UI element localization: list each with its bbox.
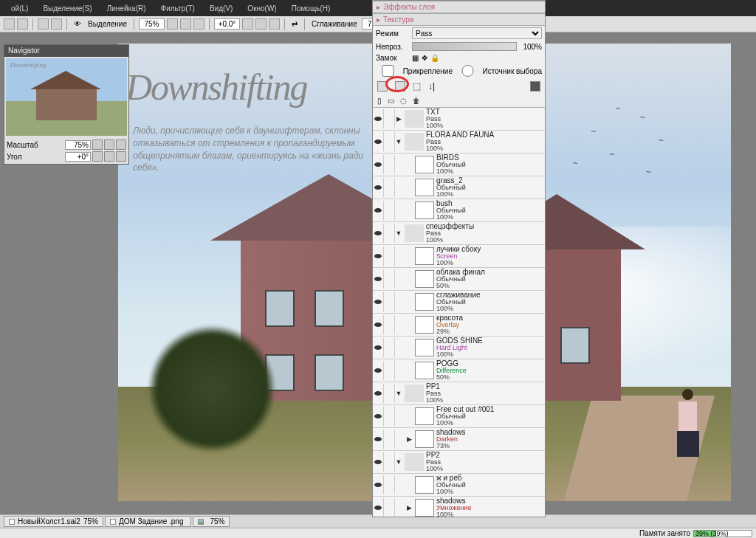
- expand-icon[interactable]: ▶: [395, 115, 402, 123]
- visibility-toggle[interactable]: [373, 498, 384, 517]
- expand-icon[interactable]: ▶: [405, 435, 413, 443]
- layer-row[interactable]: POGGDifference50%: [373, 359, 545, 382]
- angle-reset-button[interactable]: [116, 151, 126, 162]
- menu-item[interactable]: Фильтр(T): [154, 4, 202, 13]
- zoom-reset-button[interactable]: [193, 18, 205, 30]
- delete-icon[interactable]: 🗑: [413, 97, 420, 105]
- lock-toggle[interactable]: [384, 201, 395, 220]
- lock-toggle[interactable]: [384, 155, 395, 174]
- lock-toggle[interactable]: [384, 315, 395, 334]
- expand-icon[interactable]: ▶: [405, 504, 413, 511]
- visibility-toggle[interactable]: [373, 178, 384, 197]
- mask-icon[interactable]: ⬚: [413, 81, 421, 92]
- expand-icon[interactable]: ▼: [395, 390, 402, 397]
- lock-pixels-icon[interactable]: ▦: [412, 54, 419, 62]
- mode-select[interactable]: Pass: [412, 27, 542, 39]
- layer-row[interactable]: grass_2Обычный100%: [373, 176, 545, 199]
- layer-row[interactable]: bushОбычный100%: [373, 199, 545, 222]
- angle-value[interactable]: +0°: [65, 152, 91, 162]
- lock-toggle[interactable]: [384, 498, 395, 517]
- zoom-input[interactable]: [139, 18, 165, 30]
- visibility-toggle[interactable]: [373, 315, 384, 334]
- layer-row[interactable]: ▼PP1Pass100%: [373, 382, 545, 405]
- rotate-reset-button[interactable]: [269, 18, 280, 30]
- visibility-toggle[interactable]: [373, 452, 384, 472]
- source-radio[interactable]: [456, 65, 480, 77]
- effects-section[interactable]: Эффекты слоя: [373, 1, 545, 13]
- visibility-toggle[interactable]: [373, 292, 384, 311]
- menu-item[interactable]: ой(L): [4, 4, 35, 13]
- visibility-toggle[interactable]: [373, 338, 384, 357]
- lock-toggle[interactable]: [384, 361, 395, 380]
- menu-item[interactable]: Окно(W): [240, 4, 284, 13]
- flatten-icon[interactable]: ▭: [388, 97, 394, 105]
- layer-row[interactable]: GODS SHINEHard Light100%: [373, 337, 545, 359]
- layer-row[interactable]: ▼спецэффектыPass100%: [373, 222, 545, 245]
- zoom-out-button[interactable]: [167, 18, 178, 30]
- visibility-toggle[interactable]: [373, 224, 384, 243]
- visibility-toggle[interactable]: [373, 269, 384, 289]
- lock-toggle[interactable]: [384, 452, 395, 472]
- lock-toggle[interactable]: [384, 132, 395, 151]
- layer-row[interactable]: облака финалОбычный50%: [373, 268, 545, 291]
- document-tab[interactable]: НовыйХолст1.sai275%: [4, 516, 103, 527]
- visibility-toggle[interactable]: [373, 384, 384, 403]
- lock-move-icon[interactable]: ✥: [422, 54, 427, 62]
- lock-toggle[interactable]: [384, 430, 395, 449]
- document-tab[interactable]: ДОМ Задание .png: [105, 516, 192, 527]
- lock-toggle[interactable]: [384, 407, 395, 426]
- angle-input[interactable]: [214, 18, 240, 30]
- layer-row[interactable]: красотаOverlay29%: [373, 314, 545, 337]
- tool-button[interactable]: [51, 18, 62, 30]
- clip-checkbox[interactable]: [376, 65, 400, 77]
- lock-toggle[interactable]: [384, 246, 395, 266]
- visibility-toggle[interactable]: [373, 246, 384, 266]
- tool-button[interactable]: [4, 18, 15, 30]
- visibility-toggle[interactable]: [373, 475, 384, 494]
- tool-button[interactable]: [38, 18, 49, 30]
- texture-section[interactable]: Текстура: [373, 13, 545, 26]
- lock-toggle[interactable]: [384, 109, 395, 128]
- menu-item[interactable]: Линейка(R): [100, 4, 154, 13]
- expand-icon[interactable]: ▼: [395, 458, 402, 466]
- menu-item[interactable]: Выделение(S): [35, 4, 99, 13]
- scale-up-button[interactable]: [104, 139, 114, 150]
- visibility-toggle[interactable]: [373, 201, 384, 220]
- panel-menu-icon[interactable]: [530, 81, 540, 92]
- visibility-toggle[interactable]: [373, 430, 384, 449]
- expand-icon[interactable]: ▼: [395, 230, 402, 237]
- zoom-in-button[interactable]: [180, 18, 191, 30]
- eye-icon[interactable]: 👁: [72, 20, 83, 28]
- layer-row[interactable]: ▼PP2Pass100%: [373, 451, 545, 474]
- layer-row[interactable]: лучики сбокуScreen100%: [373, 245, 545, 268]
- tool-button[interactable]: [17, 18, 28, 30]
- menu-item[interactable]: Вид(V): [202, 4, 240, 13]
- lock-all-icon[interactable]: 🔒: [430, 54, 439, 62]
- clear-icon[interactable]: ◌: [400, 97, 407, 105]
- expand-icon[interactable]: ▼: [395, 138, 402, 145]
- scale-reset-button[interactable]: [116, 139, 126, 150]
- layer-row[interactable]: сглаживаниеОбычный100%: [373, 291, 545, 314]
- lock-toggle[interactable]: [384, 338, 395, 357]
- visibility-toggle[interactable]: [373, 109, 384, 128]
- layer-row[interactable]: ▼FLORA AND FAUNAPass100%: [373, 131, 545, 154]
- lock-toggle[interactable]: [384, 475, 395, 494]
- lock-toggle[interactable]: [384, 269, 395, 289]
- scale-value[interactable]: 75%: [65, 140, 91, 150]
- visibility-toggle[interactable]: [373, 132, 384, 151]
- rotate-right-button[interactable]: [255, 18, 267, 30]
- clip-down-icon[interactable]: ↓|: [428, 81, 435, 92]
- lock-toggle[interactable]: [384, 384, 395, 403]
- scale-down-button[interactable]: [92, 139, 103, 150]
- lock-toggle[interactable]: [384, 224, 395, 243]
- angle-left-button[interactable]: [92, 151, 103, 162]
- layer-row[interactable]: Free cut out #001Обычный100%: [373, 405, 545, 428]
- layer-row[interactable]: ▶shadowsУмножение100%: [373, 497, 545, 517]
- angle-right-button[interactable]: [104, 151, 114, 162]
- layer-row[interactable]: ▶shadowsDarken73%: [373, 428, 545, 451]
- visibility-toggle[interactable]: [373, 407, 384, 426]
- layer-row[interactable]: BIRDSОбычный100%: [373, 154, 545, 176]
- menu-item[interactable]: Помощь(H): [284, 4, 338, 13]
- visibility-toggle[interactable]: [373, 361, 384, 380]
- rotate-left-button[interactable]: [242, 18, 253, 30]
